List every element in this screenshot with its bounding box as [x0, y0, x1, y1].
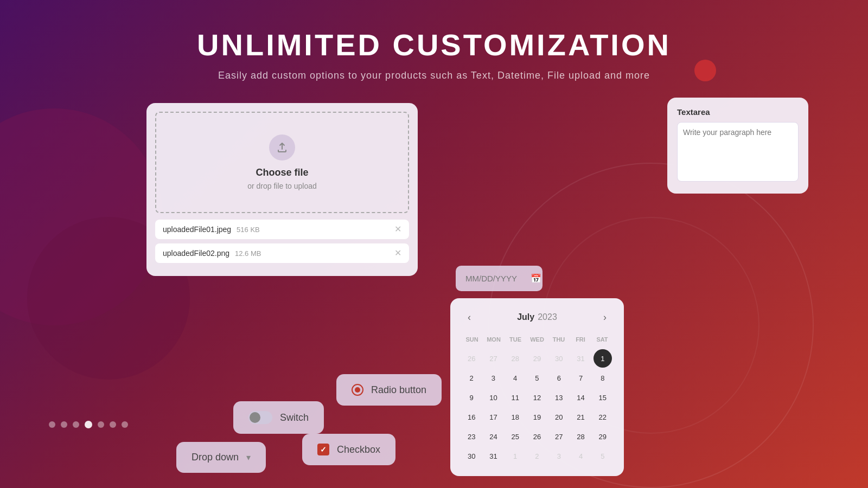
drop-text: or drop file to upload — [167, 182, 397, 190]
file-size-1: 516 KB — [237, 226, 260, 234]
date-input-wrapper[interactable]: 📅 — [456, 266, 542, 291]
table-row[interactable]: 14 — [572, 388, 590, 407]
table-row[interactable]: 28 — [506, 349, 525, 368]
radio-circle[interactable] — [352, 384, 363, 396]
table-row[interactable]: 12 — [528, 388, 546, 407]
table-row[interactable]: 2 — [528, 447, 546, 465]
table-row[interactable]: 17 — [484, 408, 502, 426]
table-row[interactable]: 4 — [506, 369, 525, 387]
checkbox-widget[interactable]: ✓ Checkbox — [302, 434, 395, 465]
table-row[interactable]: 21 — [572, 408, 590, 426]
table-row[interactable]: 7 — [572, 369, 590, 387]
table-row[interactable]: 6 — [550, 369, 568, 387]
cal-grid: 26 27 28 29 30 31 1 2 3 4 5 6 7 8 9 10 1… — [461, 349, 613, 465]
table-row[interactable]: 3 — [550, 447, 568, 465]
table-row[interactable]: 18 — [506, 408, 525, 426]
table-row[interactable]: 28 — [572, 427, 590, 446]
pagination-dot-1[interactable] — [49, 421, 55, 428]
table-row[interactable]: 24 — [484, 427, 502, 446]
table-row[interactable]: 13 — [550, 388, 568, 407]
pagination-dot-5[interactable] — [98, 421, 104, 428]
toggle-thumb — [250, 412, 260, 423]
checkbox-box[interactable]: ✓ — [317, 444, 329, 455]
file-name-1: uploadedFile01.jpeg — [163, 225, 231, 234]
cal-day-sun: SUN — [461, 334, 483, 345]
cal-day-wed: WED — [526, 334, 548, 345]
table-row[interactable]: 29 — [528, 349, 546, 368]
table-row[interactable]: 4 — [572, 447, 590, 465]
cal-year: 2023 — [538, 312, 557, 322]
table-row[interactable]: 22 — [593, 408, 612, 426]
date-input-container: 📅 — [456, 266, 542, 291]
cal-day-tue: TUE — [505, 334, 526, 345]
table-row[interactable]: 5 — [528, 369, 546, 387]
dropdown-widget[interactable]: Drop down ▾ — [176, 442, 266, 473]
dropdown-label: Drop down — [192, 452, 239, 463]
file-info-1: uploadedFile01.jpeg 516 KB — [163, 225, 260, 234]
table-row[interactable]: 16 — [462, 408, 481, 426]
pagination-dot-3[interactable] — [73, 421, 79, 428]
pagination-dot-7[interactable] — [122, 421, 128, 428]
file-item-2: uploadedFile02.png 12.6 MB ✕ — [155, 243, 409, 263]
table-row[interactable]: 2 — [462, 369, 481, 387]
table-row[interactable]: 26 — [528, 427, 546, 446]
table-row[interactable]: 3 — [484, 369, 502, 387]
table-row[interactable]: 10 — [484, 388, 502, 407]
cal-prev-button[interactable]: ‹ — [461, 309, 477, 325]
date-input[interactable] — [465, 274, 525, 283]
cal-month: July — [517, 312, 534, 322]
table-row[interactable]: 29 — [593, 427, 612, 446]
decorative-dot — [694, 60, 716, 81]
radio-label: Radio button — [371, 384, 426, 396]
page-subtitle: Easily add custom options to your produc… — [197, 70, 671, 81]
table-row[interactable]: 25 — [506, 427, 525, 446]
calendar-card: ‹ July 2023 › SUN MON TUE WED THU FRI SA… — [450, 298, 624, 476]
cal-day-fri: FRI — [570, 334, 591, 345]
checkbox-label: Checkbox — [337, 444, 380, 455]
table-row[interactable]: 27 — [484, 349, 502, 368]
table-row[interactable]: 30 — [462, 447, 481, 465]
pagination-dot-6[interactable] — [110, 421, 116, 428]
radio-widget[interactable]: Radio button — [336, 374, 442, 406]
cal-month-year: July 2023 — [517, 312, 557, 322]
table-row[interactable]: 1 — [506, 447, 525, 465]
table-row[interactable]: 26 — [462, 349, 481, 368]
table-row[interactable]: 15 — [593, 388, 612, 407]
radio-dot — [355, 387, 360, 393]
toggle-track[interactable] — [248, 411, 272, 424]
file-upload-card: Choose file or drop file to upload uploa… — [146, 103, 418, 276]
table-row[interactable]: 19 — [528, 408, 546, 426]
table-row[interactable]: 11 — [506, 388, 525, 407]
cal-day-thu: THU — [548, 334, 570, 345]
switch-label: Switch — [280, 412, 309, 423]
table-row[interactable]: 5 — [593, 447, 612, 465]
file-close-1[interactable]: ✕ — [394, 225, 401, 234]
cal-day-selected[interactable]: 1 — [593, 349, 612, 368]
table-row[interactable]: 31 — [484, 447, 502, 465]
file-close-2[interactable]: ✕ — [394, 249, 401, 258]
table-row[interactable]: 9 — [462, 388, 481, 407]
page-header: UNLIMITED CUSTOMIZATION Easily add custo… — [197, 0, 671, 81]
table-row[interactable]: 31 — [572, 349, 590, 368]
file-name-2: uploadedFile02.png — [163, 249, 229, 258]
cal-next-button[interactable]: › — [597, 309, 613, 325]
content-area: Choose file or drop file to upload uploa… — [0, 92, 868, 445]
table-row[interactable]: 8 — [593, 369, 612, 387]
file-size-2: 12.6 MB — [235, 249, 261, 258]
textarea-field[interactable] — [677, 122, 799, 182]
choose-file-text[interactable]: Choose file — [167, 167, 397, 178]
dropzone[interactable]: Choose file or drop file to upload — [155, 112, 409, 213]
pagination-dots — [49, 421, 128, 428]
file-item-1: uploadedFile01.jpeg 516 KB ✕ — [155, 220, 409, 239]
file-info-2: uploadedFile02.png 12.6 MB — [163, 249, 261, 258]
checkbox-check-icon: ✓ — [320, 445, 327, 454]
table-row[interactable]: 27 — [550, 427, 568, 446]
pagination-dot-2[interactable] — [61, 421, 67, 428]
table-row[interactable]: 30 — [550, 349, 568, 368]
textarea-label: Textarea — [677, 107, 799, 117]
switch-widget[interactable]: Switch — [233, 401, 324, 434]
page-title: UNLIMITED CUSTOMIZATION — [197, 27, 671, 62]
table-row[interactable]: 20 — [550, 408, 568, 426]
pagination-dot-4-active[interactable] — [85, 421, 92, 428]
table-row[interactable]: 23 — [462, 427, 481, 446]
